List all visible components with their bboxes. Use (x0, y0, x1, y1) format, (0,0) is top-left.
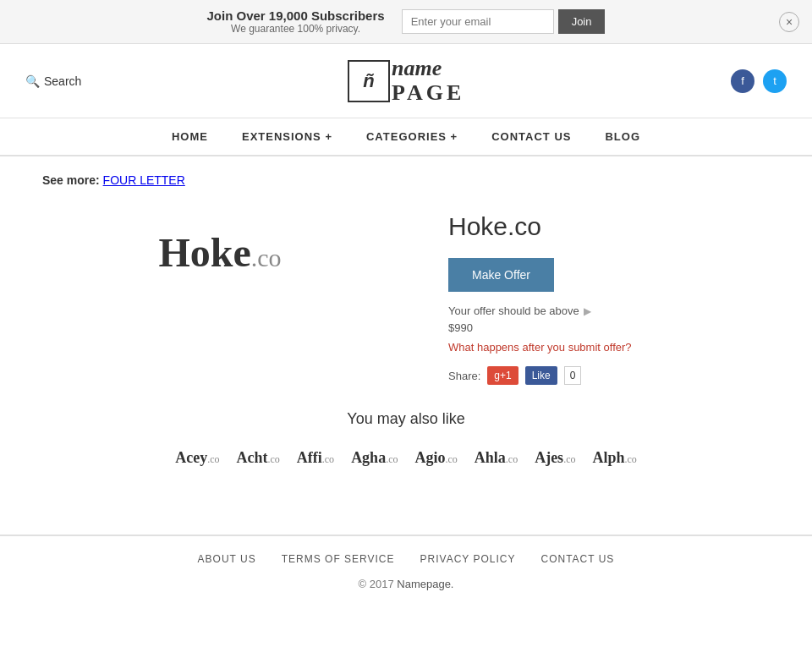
similar-domains-list: Acey.coAcht.coAffi.coAgha.coAgio.coAhla.… (25, 449, 787, 467)
logo-name: name (392, 57, 464, 81)
search-button[interactable]: 🔍 Search (25, 74, 81, 88)
domain-info: Hoke.co Make Offer Your offer should be … (448, 204, 787, 385)
similar-domain-name: Affi (297, 449, 322, 466)
share-row: Share: g+1 Like 0 (448, 366, 787, 385)
footer-about[interactable]: ABOUT US (198, 553, 256, 565)
logo-page: PAGE (392, 81, 464, 106)
similar-domain-name: Agio (414, 449, 445, 466)
copyright-brand[interactable]: Namepage. (397, 578, 453, 590)
see-more: See more: FOUR LETTER (25, 173, 787, 187)
top-banner: Join Over 19,000 Subscribers We guarante… (0, 0, 812, 44)
logo-text: name PAGE (392, 57, 464, 105)
similar-domain-item[interactable]: Ahla.co (475, 449, 518, 467)
similar-section: You may also like Acey.coAcht.coAffi.coA… (25, 410, 787, 467)
similar-domain-name: Ahla (475, 449, 506, 466)
footer-links: ABOUT US TERMS OF SERVICE PRIVACY POLICY… (25, 553, 787, 565)
nav-categories[interactable]: CATEGORIES + (366, 130, 458, 143)
navigation: HOME EXTENSIONS + CATEGORIES + CONTACT U… (0, 118, 812, 156)
similar-domain-name: Ajes (535, 449, 563, 466)
footer: ABOUT US TERMS OF SERVICE PRIVACY POLICY… (0, 535, 812, 607)
offer-price: $990 (448, 321, 787, 334)
footer-copyright: © 2017 Namepage. (25, 578, 787, 590)
nav-contact[interactable]: CONTACT US (491, 130, 571, 143)
footer-privacy[interactable]: PRIVACY POLICY (420, 553, 516, 565)
similar-domain-item[interactable]: Acht.co (236, 449, 279, 467)
domain-logo-name: Hoke (158, 230, 250, 275)
search-label: Search (44, 74, 81, 88)
see-more-link[interactable]: FOUR LETTER (103, 173, 185, 187)
similar-domain-tld: .co (445, 453, 457, 465)
similar-domain-item[interactable]: Acey.co (175, 449, 219, 467)
similar-domain-name: Agha (351, 449, 386, 466)
similar-domain-name: Acht (236, 449, 267, 466)
similar-domain-name: Alph (592, 449, 624, 466)
copyright-prefix: © 2017 (359, 578, 394, 590)
nav-extensions[interactable]: EXTENSIONS + (242, 130, 332, 143)
similar-domain-item[interactable]: Agio.co (414, 449, 457, 467)
twitter-link[interactable]: t (763, 69, 787, 93)
domain-detail: Hoke.co Hoke.co Make Offer Your offer sh… (25, 204, 787, 385)
footer-contact[interactable]: CONTACT US (540, 553, 614, 565)
domain-title: Hoke.co (448, 212, 787, 241)
search-icon: 🔍 (25, 74, 40, 88)
similar-domain-tld: .co (207, 453, 219, 465)
gplus-button[interactable]: g+1 (487, 366, 518, 385)
banner-close-button[interactable]: × (779, 12, 799, 32)
share-label: Share: (448, 370, 480, 382)
logo-icon: ñ (348, 60, 390, 102)
similar-domain-item[interactable]: Affi.co (297, 449, 334, 467)
facebook-link[interactable]: f (731, 69, 754, 93)
similar-heading: You may also like (25, 410, 787, 428)
similar-domain-tld: .co (625, 453, 637, 465)
banner-main-text: Join Over 19,000 Subscribers (207, 8, 385, 23)
banner-form: Join (402, 9, 606, 34)
similar-domain-item[interactable]: Ajes.co (535, 449, 575, 467)
similar-domain-tld: .co (506, 453, 518, 465)
email-input[interactable] (402, 9, 554, 34)
banner-sub-text: We guarantee 100% privacy. (207, 23, 385, 35)
social-links: f t (731, 69, 787, 93)
similar-domain-tld: .co (386, 453, 398, 465)
banner-text: Join Over 19,000 Subscribers We guarante… (207, 8, 385, 35)
domain-logo-tld: .co (251, 244, 282, 271)
similar-domain-item[interactable]: Alph.co (592, 449, 636, 467)
similar-domain-tld: .co (322, 453, 334, 465)
similar-domain-item[interactable]: Agha.co (351, 449, 398, 467)
make-offer-button[interactable]: Make Offer (448, 258, 554, 292)
fb-like-label: Like (532, 370, 551, 381)
nav-blog[interactable]: BLOG (605, 130, 640, 143)
domain-logo-area: Hoke.co (25, 204, 414, 301)
header: 🔍 Search ñ name PAGE f t (0, 44, 812, 118)
join-button[interactable]: Join (558, 9, 606, 34)
logo[interactable]: ñ name PAGE (348, 57, 464, 105)
nav-home[interactable]: HOME (172, 130, 208, 143)
arrow-icon: ▶ (584, 305, 591, 317)
fb-like-button[interactable]: Like (525, 366, 557, 385)
see-more-prefix: See more: (42, 173, 100, 187)
offer-question-link[interactable]: What happens after you submit offer? (448, 341, 787, 354)
similar-domain-tld: .co (267, 453, 279, 465)
main-content: See more: FOUR LETTER Hoke.co Hoke.co Ma… (0, 156, 812, 501)
fb-count: 0 (564, 366, 582, 385)
domain-logo: Hoke.co (158, 229, 281, 276)
similar-domain-tld: .co (563, 453, 575, 465)
offer-above-text: Your offer should be above ▶ (448, 304, 787, 317)
similar-domain-name: Acey (175, 449, 207, 466)
footer-terms[interactable]: TERMS OF SERVICE (282, 553, 395, 565)
logo-link[interactable]: ñ name PAGE (348, 57, 464, 105)
